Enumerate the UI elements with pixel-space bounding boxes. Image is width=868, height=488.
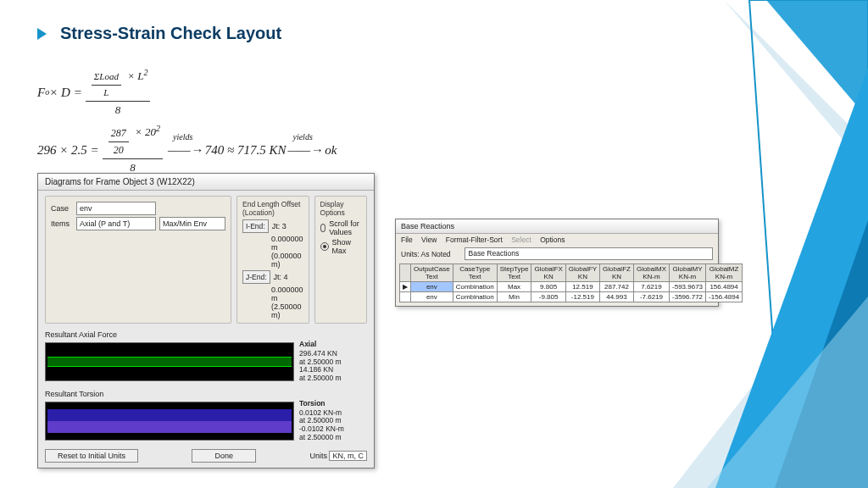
svg-marker-2 <box>749 0 868 488</box>
cell[interactable]: Combination <box>453 282 497 292</box>
table-row[interactable]: env Combination Min -9.805 -12.519 44.99… <box>400 292 743 302</box>
torsion-plot <box>45 402 294 441</box>
offset-group: End Length Offset (Location) I-End:Jt: 3… <box>236 196 309 324</box>
menu-select: Select <box>511 236 531 244</box>
display-group: Display Options Scroll for Values Show M… <box>314 196 367 324</box>
cell[interactable]: 7.6219 <box>633 282 669 292</box>
cell[interactable]: 9.805 <box>531 282 565 292</box>
scroll-radio[interactable] <box>320 224 326 232</box>
axial-plot <box>45 342 294 381</box>
window-title: Diagrams for Frame Object 3 (W12X22) <box>38 174 374 191</box>
cell[interactable]: 156.4894 <box>706 282 743 292</box>
display-title: Display Options <box>320 200 361 217</box>
th-3: StepType Text <box>497 264 531 282</box>
th-2: CaseType Text <box>453 264 497 282</box>
reactions-table: OutputCase Text CaseType Text StepType T… <box>399 263 743 302</box>
equation-block: Fo × D = ΣLoadL × L2 8 296 × 2.5 = 28720… <box>37 66 337 177</box>
svg-marker-5 <box>707 297 868 488</box>
items-label: Items <box>51 219 73 228</box>
axial-title: Resultant Axial Force <box>45 330 367 339</box>
cell[interactable]: env <box>411 292 453 302</box>
reactions-menu: File View Format-Filter-Sort Select Opti… <box>396 234 718 246</box>
iend-v2: (0.00000 m) <box>271 252 303 269</box>
iend-v1: 0.000000 m <box>271 235 303 252</box>
jend-v2: (2.50000 m) <box>271 302 303 319</box>
slide-title: Stress-Strain Check Layout <box>60 24 281 43</box>
th-9: GlobalMZ KN-m <box>706 264 743 282</box>
cell[interactable]: Combination <box>453 292 497 302</box>
iend-jt: Jt: 3 <box>272 222 287 230</box>
jend-jt: Jt: 4 <box>274 273 288 281</box>
case-label: Case <box>51 204 73 213</box>
units-label: Units <box>309 452 327 460</box>
reactions-window: Base Reactions File View Format-Filter-S… <box>395 219 719 307</box>
svg-marker-0 <box>766 0 868 119</box>
torsion-head: Torsion <box>299 400 367 408</box>
cell[interactable]: env <box>411 282 453 292</box>
menu-view[interactable]: View <box>421 236 437 244</box>
cell[interactable]: -593.9673 <box>670 282 706 292</box>
jend-button[interactable]: J-End: <box>242 270 270 284</box>
scroll-label: Scroll for Values <box>329 219 361 236</box>
th-5: GlobalFY KN <box>565 264 599 282</box>
th-1: OutputCase Text <box>411 264 453 282</box>
units-dropdown[interactable]: KN, m, C <box>329 451 367 461</box>
axial-v4: at 2.50000 m <box>299 374 367 383</box>
reset-button[interactable]: Reset to Initial Units <box>45 449 138 463</box>
cell[interactable]: -9.805 <box>531 292 565 302</box>
case-group: Caseenv ItemsAxial (P and T)Max/Min Env <box>45 196 231 324</box>
cell[interactable]: Max <box>497 282 531 292</box>
th-4: GlobalFX KN <box>531 264 565 282</box>
axial-head: Axial <box>299 341 367 349</box>
units-noted: Units: As Noted <box>401 250 451 258</box>
done-button[interactable]: Done <box>192 449 256 463</box>
items-dropdown[interactable]: Axial (P and T) <box>76 217 156 230</box>
reactions-title: Base Reactions <box>396 219 718 234</box>
menu-options[interactable]: Options <box>540 236 565 244</box>
offset-title: End Length Offset (Location) <box>242 200 303 217</box>
cell[interactable]: 44.993 <box>600 292 634 302</box>
th-6: GlobalFZ KN <box>600 264 634 282</box>
svg-marker-4 <box>775 220 868 488</box>
table-header-row: OutputCase Text CaseType Text StepType T… <box>400 264 743 282</box>
table-row[interactable]: ▶ env Combination Max 9.805 12.519 287.7… <box>400 282 743 292</box>
mode-dropdown[interactable]: Max/Min Env <box>159 217 225 230</box>
cell[interactable]: 12.519 <box>565 282 599 292</box>
table-select[interactable]: Base Reactions <box>465 247 713 260</box>
cell[interactable]: -3596.772 <box>670 292 706 302</box>
diagrams-window: Diagrams for Frame Object 3 (W12X22) Cas… <box>37 173 375 469</box>
row-cursor <box>400 292 411 302</box>
showmax-radio[interactable] <box>320 242 329 251</box>
jend-v1: 0.000000 m <box>271 286 303 302</box>
th-7: GlobalMX KN-m <box>633 264 669 282</box>
cell[interactable]: -156.4894 <box>706 292 743 302</box>
cell[interactable]: Min <box>497 292 531 302</box>
row-cursor: ▶ <box>400 282 411 292</box>
th-8: GlobalMY KN-m <box>670 264 706 282</box>
torsion-v4: at 2.50000 m <box>299 434 367 442</box>
torsion-title: Resultant Torsion <box>45 390 367 398</box>
menu-file[interactable]: File <box>401 236 413 244</box>
cell[interactable]: -12.519 <box>565 292 599 302</box>
showmax-label: Show Max <box>332 238 361 255</box>
bullet-icon <box>37 28 47 40</box>
menu-format[interactable]: Format-Filter-Sort <box>446 236 503 244</box>
th-0 <box>400 264 411 282</box>
cell[interactable]: 287.742 <box>600 282 634 292</box>
iend-button[interactable]: I-End: <box>242 219 269 233</box>
case-dropdown[interactable]: env <box>76 202 156 215</box>
cell[interactable]: -7.6219 <box>633 292 669 302</box>
